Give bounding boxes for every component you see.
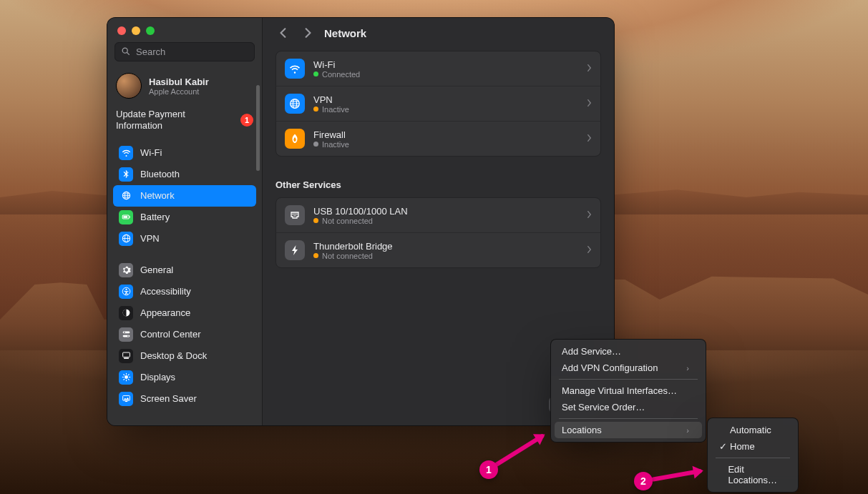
sidebar-item-bluetooth[interactable]: Bluetooth: [113, 164, 256, 185]
service-status: Inactive: [313, 105, 349, 114]
other-services: USB 10/100/1000 LANNot connectedThunderb…: [263, 197, 614, 275]
update-payment-label: Update Payment Information: [116, 109, 216, 132]
sidebar-item-vpn[interactable]: VPN: [113, 228, 256, 250]
globe-icon: [119, 189, 133, 203]
service-name: USB 10/100/1000 LAN: [313, 206, 408, 217]
service-status: Not connected: [313, 252, 393, 260]
globe-icon: [285, 94, 305, 114]
sidebar-item-label: VPN: [140, 233, 160, 244]
chevron-right-icon: [587, 99, 592, 109]
svg-rect-17: [123, 357, 128, 359]
switches-icon: [119, 327, 133, 342]
service-status-text: Not connected: [322, 217, 373, 225]
sidebar-item-label: Appearance: [140, 307, 190, 318]
chevron-right-icon: [587, 210, 592, 221]
status-dot: [313, 71, 318, 76]
svg-rect-20: [125, 401, 127, 402]
update-payment-row[interactable]: Update Payment Information 1: [107, 107, 262, 142]
sidebar-item-label: Control Center: [140, 329, 201, 340]
status-dot: [313, 218, 318, 223]
sidebar-item-general[interactable]: General: [113, 260, 256, 281]
search-field[interactable]: [114, 42, 255, 61]
thunderbolt-icon: [285, 240, 305, 260]
avatar: [116, 73, 142, 99]
sidebar-list: Wi-FiBluetoothNetworkBatteryVPNGeneralAc…: [107, 142, 262, 426]
close-window-button[interactable]: [117, 26, 126, 35]
service-row-wi-fi[interactable]: Wi-FiConnected: [276, 51, 600, 86]
svg-point-18: [125, 375, 128, 379]
sidebar-item-network[interactable]: Network: [113, 185, 256, 207]
svg-rect-5: [129, 216, 130, 217]
sidebar-item-battery[interactable]: Battery: [113, 207, 256, 228]
service-row-thunderbolt-bridge[interactable]: Thunderbolt BridgeNot connected: [276, 232, 600, 267]
sidebar-scrollbar[interactable]: [256, 85, 260, 171]
nav-forward-button[interactable]: [300, 25, 316, 41]
other-services-label: Other Services: [275, 179, 601, 190]
service-status-text: Inactive: [322, 105, 349, 114]
main-header: Network: [263, 18, 614, 44]
dock-icon: [119, 349, 133, 363]
screensaver-icon: [119, 392, 133, 406]
svg-point-14: [124, 332, 125, 333]
firewall-icon: [285, 129, 305, 149]
service-name: Firewall: [313, 129, 349, 140]
locations-submenu: Automatic✓HomeEdit Locations…: [707, 418, 799, 493]
menu-item-locations[interactable]: Locations›: [555, 422, 702, 438]
battery-icon: [119, 210, 133, 224]
chevron-right-icon: ›: [686, 364, 689, 372]
checkmark-icon: ✓: [718, 441, 727, 452]
ethernet-icon: [285, 205, 305, 225]
sidebar-item-displays[interactable]: Displays: [113, 367, 256, 388]
search-input[interactable]: [135, 46, 258, 58]
sidebar-item-label: Desktop & Dock: [140, 350, 207, 361]
displays-icon: [119, 370, 133, 385]
primary-services: Wi-FiConnectedVPNInactiveFirewallInactiv…: [263, 44, 614, 164]
sidebar-item-wi-fi[interactable]: Wi-Fi: [113, 142, 256, 164]
chevron-right-icon: [587, 134, 592, 144]
sidebar-item-label: Screen Saver: [140, 393, 197, 404]
status-dot: [313, 253, 318, 258]
svg-rect-13: [122, 335, 130, 337]
sidebar-item-screen-saver[interactable]: Screen Saver: [113, 388, 256, 410]
service-row-usb-10-100-1000-lan[interactable]: USB 10/100/1000 LANNot connected: [276, 198, 600, 232]
service-status: Not connected: [313, 217, 408, 225]
vpn-icon: [119, 232, 133, 246]
service-status: Connected: [313, 70, 360, 79]
sidebar-item-label: Network: [140, 190, 175, 201]
more-actions-menu: Add Service…Add VPN Configuration›Manage…: [550, 339, 706, 443]
service-row-vpn[interactable]: VPNInactive: [276, 86, 600, 121]
service-row-firewall[interactable]: FirewallInactive: [276, 121, 600, 156]
menu-item-add-vpn-configuration[interactable]: Add VPN Configuration›: [555, 360, 702, 376]
service-name: Thunderbolt Bridge: [313, 241, 393, 252]
menu-item-home[interactable]: ✓Home: [711, 438, 794, 455]
apple-account-row[interactable]: Hasibul Kabir Apple Account: [107, 69, 262, 107]
nav-back-button[interactable]: [275, 25, 291, 41]
minimize-window-button[interactable]: [132, 26, 140, 35]
sidebar-item-label: Displays: [140, 372, 175, 382]
svg-rect-6: [123, 216, 127, 218]
svg-rect-12: [122, 331, 130, 333]
sidebar-item-control-center[interactable]: Control Center: [113, 324, 256, 345]
zoom-window-button[interactable]: [146, 26, 155, 35]
status-dot: [313, 107, 318, 112]
annotation-badge-1: 1: [479, 460, 498, 479]
sidebar-item-appearance[interactable]: Appearance: [113, 302, 256, 324]
sidebar-item-accessibility[interactable]: Accessibility: [113, 281, 256, 302]
svg-point-10: [125, 289, 127, 290]
service-status-text: Connected: [322, 70, 360, 79]
wifi-icon: [285, 59, 305, 79]
search-icon: [121, 46, 130, 58]
sidebar-item-label: Accessibility: [140, 286, 191, 297]
menu-item-label: Manage Virtual Interfaces…: [562, 385, 677, 396]
menu-item-label: Set Service Order…: [562, 402, 645, 413]
menu-item-edit-locations-[interactable]: Edit Locations…: [711, 461, 794, 488]
menu-item-add-service-[interactable]: Add Service…: [555, 343, 702, 360]
sidebar-item-label: Wi-Fi: [140, 147, 162, 158]
menu-item-manage-virtual-interfaces-[interactable]: Manage Virtual Interfaces…: [555, 382, 702, 399]
menu-item-automatic[interactable]: Automatic: [711, 422, 794, 438]
sidebar-item-label: Bluetooth: [140, 169, 180, 179]
menu-item-set-service-order-[interactable]: Set Service Order…: [555, 399, 702, 415]
sidebar-item-desktop-dock[interactable]: Desktop & Dock: [113, 345, 256, 367]
account-name: Hasibul Kabir: [149, 76, 209, 87]
menu-separator: [716, 458, 790, 458]
